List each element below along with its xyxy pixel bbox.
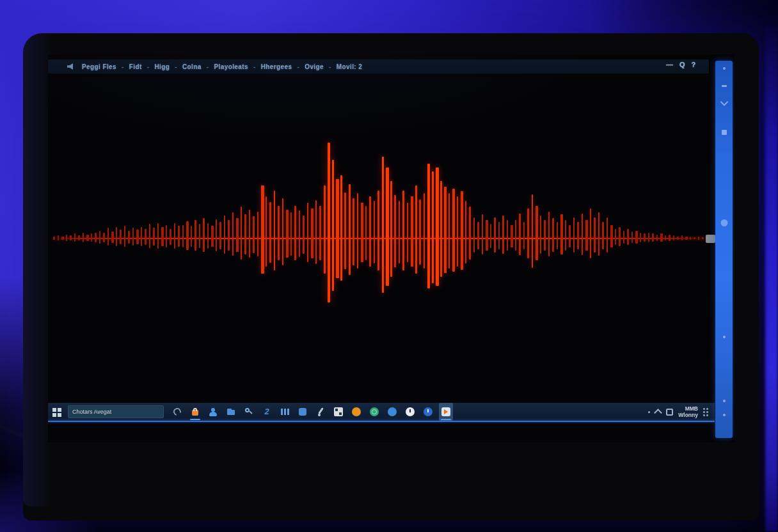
waveform-bar — [449, 193, 450, 269]
waveform-bar — [532, 194, 533, 268]
waveform-bar — [136, 230, 139, 244]
waveform-bar — [665, 235, 666, 240]
minimize-icon[interactable]: — — [666, 61, 673, 68]
waveform-bar — [594, 217, 596, 253]
photos-icon[interactable] — [331, 403, 345, 421]
waveform-bar — [74, 233, 75, 242]
menu-item[interactable]: Peggi Fles — [82, 63, 116, 70]
waveform-bar — [411, 196, 413, 267]
zoom-icon[interactable]: Q — [679, 61, 685, 68]
waveform-bar — [440, 181, 442, 277]
waveform-bar — [582, 214, 583, 255]
blue-circle-icon[interactable] — [385, 403, 399, 421]
waveform-bar — [299, 210, 300, 257]
waveform-bar — [482, 214, 483, 254]
waveform-bar — [241, 207, 242, 260]
waveform-bar — [452, 189, 455, 272]
active-app-icon[interactable] — [439, 403, 453, 421]
globe-icon[interactable] — [367, 403, 381, 421]
waveform-bar — [174, 223, 175, 249]
waveform-bar — [424, 193, 425, 269]
waveform-bar — [161, 227, 164, 246]
menu-item[interactable]: Movil: 2 — [337, 63, 362, 70]
waveform-bar — [290, 212, 292, 256]
window-controls: —Q? — [666, 61, 695, 68]
strip-circle-icon[interactable] — [720, 219, 727, 226]
waveform-bar — [257, 212, 258, 256]
waveform-bar — [540, 215, 541, 254]
waveform-bar — [511, 225, 513, 247]
waveform-bar — [615, 229, 616, 245]
panel-icon[interactable] — [296, 403, 310, 421]
pin-icon[interactable] — [314, 403, 328, 421]
taskbar: 2 MMB Wlonny — [48, 403, 715, 421]
waveform-bar — [319, 206, 321, 260]
cortana-icon[interactable] — [170, 403, 184, 421]
scrollbar-strip[interactable] — [715, 61, 733, 438]
waveform-bar — [685, 237, 688, 240]
menu-separator: - — [122, 63, 124, 70]
waveform-bar — [656, 235, 658, 241]
waveform-bar — [652, 233, 654, 242]
columns-icon[interactable] — [278, 403, 292, 421]
waveform-bar — [157, 223, 159, 249]
clock-light-icon — [405, 407, 415, 417]
menu-item[interactable]: Colna — [182, 63, 202, 70]
clock-blue-icon[interactable] — [421, 403, 435, 421]
people-icon[interactable] — [206, 403, 220, 421]
waveform-bar — [191, 226, 192, 247]
menu-separator: - — [175, 63, 177, 70]
swoosh-icon[interactable]: 2 — [260, 403, 274, 421]
waveform-bar — [494, 217, 496, 253]
waveform-bar — [565, 220, 566, 251]
waveform-bar — [182, 225, 184, 247]
menu-separator: - — [329, 63, 331, 70]
tray-notification-icon[interactable] — [666, 409, 673, 416]
waveform-bar — [361, 203, 363, 262]
waveform-bar — [357, 193, 358, 269]
waveform-bar — [627, 229, 629, 245]
browser-orange-icon[interactable] — [349, 403, 363, 421]
waveform-bar — [269, 202, 271, 263]
waveform-bar — [194, 220, 196, 251]
taskbar-search-input[interactable] — [68, 405, 164, 418]
start-button[interactable] — [52, 407, 61, 417]
strip-square-icon[interactable] — [722, 130, 727, 135]
tray-more-dots-icon[interactable] — [703, 408, 708, 416]
strip-dot-icon — [723, 400, 726, 402]
waveform-bar — [116, 227, 117, 246]
photos-icon — [333, 407, 344, 417]
waveform-bar — [132, 228, 134, 246]
waveform-bar — [465, 201, 466, 263]
waveform-bar — [70, 235, 72, 240]
waveform-bar — [602, 222, 604, 249]
waveform-bar — [673, 235, 674, 240]
waveform-bar — [407, 203, 408, 262]
tray-clock[interactable]: MMB Wlonny — [678, 405, 698, 418]
waveform-bar — [557, 222, 558, 249]
search-app-icon[interactable] — [242, 403, 256, 421]
waveform-bar — [457, 196, 458, 267]
help-icon[interactable]: ? — [692, 61, 696, 68]
folder-icon[interactable] — [224, 403, 238, 421]
waveform-bar — [120, 230, 122, 244]
menu-item[interactable]: Ovige — [305, 63, 324, 70]
waveform-bar — [111, 231, 114, 243]
waveform-bar — [569, 225, 571, 247]
waveform-bar — [353, 198, 354, 265]
waveform-bar — [694, 237, 695, 239]
clock-light-icon[interactable] — [403, 403, 417, 421]
waveform-bar — [286, 210, 289, 258]
menu-item[interactable]: Playoleats — [214, 63, 248, 70]
strip-chevron-down-icon[interactable] — [720, 98, 728, 106]
menu-item[interactable]: Hhergees — [261, 63, 292, 70]
waveform-bar — [681, 235, 683, 240]
playhead-badge[interactable] — [706, 235, 715, 243]
menu-item[interactable]: Fidt — [129, 63, 142, 70]
waveform-bar — [83, 233, 84, 242]
waveform-bar — [249, 210, 250, 258]
store-bag-icon[interactable] — [188, 403, 202, 421]
menu-item[interactable]: Higg — [154, 63, 170, 70]
tray-chevron-icon[interactable] — [654, 409, 662, 417]
waveform-bar — [58, 235, 59, 240]
